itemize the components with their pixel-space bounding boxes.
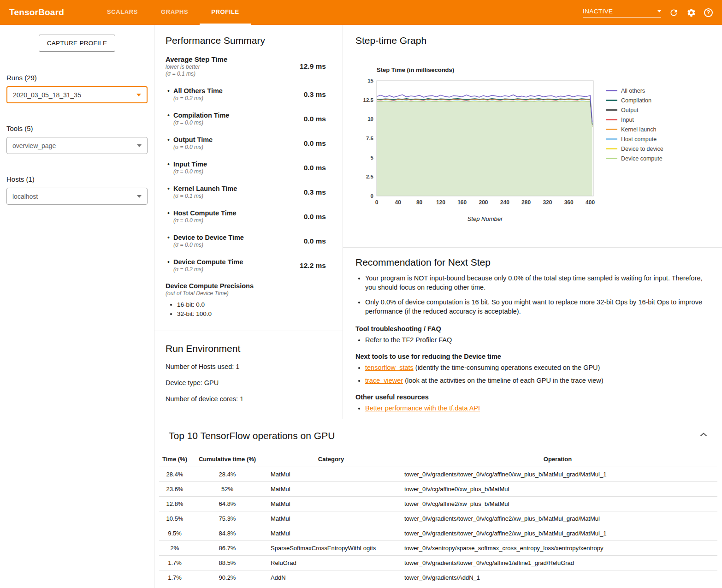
legend-item-output: Output [606,105,663,115]
run-environment-section: Run Environment Number of Hosts used: 1D… [154,331,343,403]
metric-sigma: (σ = 0.2 ms) [173,266,296,273]
link-tensorflow-stats[interactable]: tensorflow_stats [365,364,414,371]
recommendation-bullet: Only 0.0% of device computation is 16 bi… [365,297,704,316]
rec-subheading: Other useful resources [355,393,704,401]
metric-value: 12.2 ms [300,261,326,270]
metric-value: 0.3 ms [304,188,326,196]
table-row: 23.6% 52% MatMul tower_0/v/cg/affine0/xw… [159,482,717,497]
metric-row: • Kernel Launch Time (σ = 0.1 ms) 0.3 ms [166,184,326,200]
legend-item-device-compute: Device compute [606,154,663,163]
bullet: • [166,209,173,217]
metric-row: • Compilation Time (σ = 0.0 ms) 0.0 ms [166,111,326,126]
hosts-value: localhost [12,193,38,200]
legend-swatch [606,100,617,101]
legend-item-compilation: Compilation [606,95,663,105]
bullet: • [166,87,173,95]
header-actions: INACTIVE ? [583,8,713,18]
environment-line: Number of Hosts used: 1 [166,363,331,370]
metric-label: Input Time [173,160,300,168]
metric-value: 0.0 ms [304,237,326,245]
metric-value: 12.9 ms [300,62,326,71]
legend-label: Compilation [621,97,651,104]
rec-subheading: Tool troubleshooting / FAQ [355,325,704,333]
metric-sigma: (σ = 0.0 ms) [173,217,300,224]
svg-text:5: 5 [371,155,374,160]
metric-row: • Device Compute Time (σ = 0.2 ms) 12.2 … [166,258,326,273]
recommendation-subsections: Tool troubleshooting / FAQ Refer to the … [355,325,704,413]
tools-value: overview_page [12,142,56,149]
metric-row: • Input Time (σ = 0.0 ms) 0.0 ms [166,160,326,175]
column-header: Time (%) [159,451,190,467]
legend-swatch [606,109,617,111]
legend-item-all-others: All others [606,86,663,95]
metric-label: Compilation Time [173,111,300,119]
chevron-down-icon [136,94,141,96]
legend-label: Output [621,107,639,113]
legend-label: All others [621,88,645,94]
runs-dropdown[interactable]: 2020_03_05_18_31_35 [6,86,148,103]
metric-label: Kernel Launch Time [173,184,300,193]
svg-text:12.5: 12.5 [363,97,374,103]
metric-sigma: (σ = 0.1 ms) [166,71,296,77]
series-device-compute [377,101,592,196]
svg-text:15: 15 [367,78,373,83]
capture-profile-button[interactable]: CAPTURE PROFILE [39,35,115,52]
chart-plot: 02.557.51012.515040801201602002402803203… [355,77,600,212]
svg-text:280: 280 [521,199,531,206]
status-dropdown[interactable]: INACTIVE [583,8,661,18]
metric-label: Host Compute Time [173,209,300,217]
precision-item: 32-bit: 100.0 [177,310,326,317]
chevron-up-icon[interactable] [698,429,709,440]
svg-text:160: 160 [457,199,467,206]
chart-legend: All others Compilation Output Input Kern… [606,66,663,222]
legend-label: Input [621,117,634,123]
link-better-performance-with-the-tf-data-api[interactable]: Better performance with the tf.data API [365,404,480,412]
legend-swatch [606,148,617,149]
metric-row: • Host Compute Time (σ = 0.0 ms) 0.0 ms [166,209,326,224]
gear-icon[interactable] [686,8,696,18]
runs-value: 2020_03_05_18_31_35 [13,91,81,99]
recommendation-bullets: Your program is NOT input-bound because … [355,273,704,316]
metric-sigma: (σ = 0.1 ms) [173,193,300,200]
metric-row: • Device to Device Time (σ = 0.0 ms) 0.0… [166,233,326,249]
column-header: Operation [398,451,717,467]
rec-item: tensorflow_stats (identify the time-cons… [365,363,704,372]
svg-text:40: 40 [395,199,402,206]
recommendation-section: Recommendation for Next Step Your progra… [343,248,722,413]
precisions-list: 16-bit: 0.032-bit: 100.0 [166,301,326,317]
table-row: 28.4% 28.4% MatMul tower_0/v/gradients/t… [159,467,717,482]
legend-swatch [606,90,617,91]
tools-dropdown[interactable]: overview_page [6,137,148,154]
svg-text:320: 320 [543,199,552,206]
svg-text:7.5: 7.5 [366,136,374,141]
metric-sigma: (σ = 0.2 ms) [173,95,300,102]
refresh-icon[interactable] [669,8,679,18]
metric-note: lower is better [166,64,296,71]
legend-swatch [606,129,617,130]
legend-swatch [606,158,617,159]
metric-sigma: (σ = 0.0 ms) [173,168,300,175]
rec-item: Better performance with the tf.data API [365,404,704,413]
precisions-title: Device Compute Precisions [166,282,326,290]
metric-label: All Others Time [173,87,300,95]
table-row: 9.5% 84.8% MatMul tower_0/v/gradients/to… [159,526,717,541]
table-row: 12.8% 64.8% MatMul tower_0/v/cg/affine2/… [159,497,717,511]
rec-subheading: Next tools to use for reducing the Devic… [355,353,704,360]
link-trace-viewer[interactable]: trace_viewer [365,377,403,384]
svg-text:200: 200 [479,199,488,206]
bullet: • [166,111,173,119]
hosts-dropdown[interactable]: localhost [6,188,148,205]
tab-profile[interactable]: PROFILE [200,0,251,25]
svg-text:0: 0 [375,199,379,206]
table-row: 1.7% 90.2% AddN tower_0/v/gradients/AddN… [159,570,717,585]
environment-line: Device type: GPU [166,379,331,386]
svg-text:2.5: 2.5 [366,174,374,179]
legend-item-input: Input [606,115,663,125]
tab-scalars[interactable]: SCALARS [95,0,149,25]
help-icon[interactable]: ? [704,8,713,17]
metric-value: 0.0 ms [304,164,326,172]
main-content: Performance Summary Average Step Time lo… [154,25,722,588]
tab-graphs[interactable]: GRAPHS [149,0,200,25]
table-row: 2% 86.7% SparseSoftmaxCrossEntropyWithLo… [159,541,717,556]
svg-text:240: 240 [500,199,509,206]
